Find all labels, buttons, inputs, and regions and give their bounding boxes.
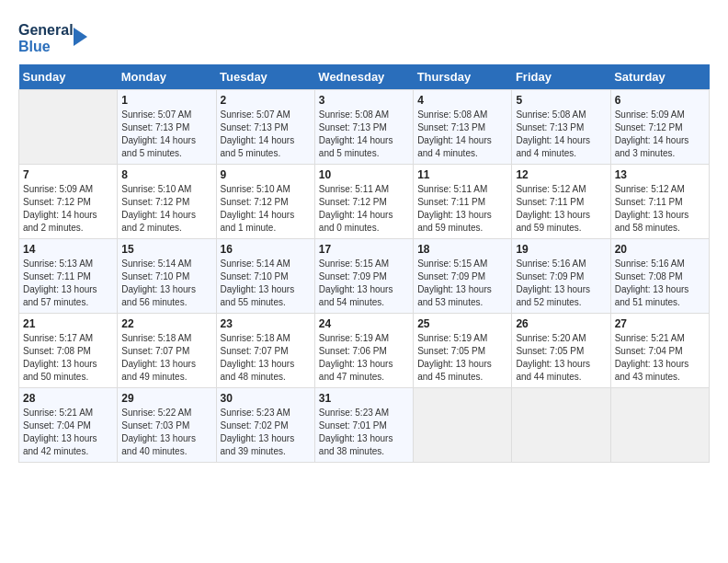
day-number: 13 [615,168,705,181]
day-cell: 31Sunrise: 5:23 AM Sunset: 7:01 PM Dayli… [314,388,413,463]
page-header: GeneralBlue [18,18,710,55]
day-number: 28 [23,392,113,405]
day-cell: 28Sunrise: 5:21 AM Sunset: 7:04 PM Dayli… [19,388,118,463]
svg-text:Blue: Blue [18,39,51,54]
day-number: 5 [516,94,606,107]
day-number: 31 [319,392,409,405]
day-info: Sunrise: 5:12 AM Sunset: 7:11 PM Dayligh… [615,183,705,235]
column-header-thursday: Thursday [414,64,512,90]
day-cell: 6Sunrise: 5:09 AM Sunset: 7:12 PM Daylig… [610,90,709,165]
logo-icon: GeneralBlue [18,18,92,55]
day-info: Sunrise: 5:14 AM Sunset: 7:10 PM Dayligh… [221,258,311,309]
column-header-wednesday: Wednesday [314,64,413,90]
day-cell: 29Sunrise: 5:22 AM Sunset: 7:03 PM Dayli… [118,388,216,463]
day-cell: 16Sunrise: 5:14 AM Sunset: 7:10 PM Dayli… [216,239,314,314]
day-number: 23 [221,317,311,330]
day-cell: 27Sunrise: 5:21 AM Sunset: 7:04 PM Dayli… [610,314,709,388]
day-info: Sunrise: 5:21 AM Sunset: 7:04 PM Dayligh… [615,332,705,384]
day-cell: 15Sunrise: 5:14 AM Sunset: 7:10 PM Dayli… [118,239,216,314]
day-number: 24 [319,317,409,330]
day-number: 29 [121,392,211,405]
day-cell: 23Sunrise: 5:18 AM Sunset: 7:07 PM Dayli… [216,314,314,388]
day-info: Sunrise: 5:11 AM Sunset: 7:11 PM Dayligh… [417,183,507,235]
day-number: 19 [516,243,606,256]
week-row-2: 7Sunrise: 5:09 AM Sunset: 7:12 PM Daylig… [19,165,710,239]
day-cell: 18Sunrise: 5:15 AM Sunset: 7:09 PM Dayli… [414,239,512,314]
day-number: 21 [23,317,113,330]
day-number: 7 [23,168,113,181]
day-cell: 13Sunrise: 5:12 AM Sunset: 7:11 PM Dayli… [610,165,709,239]
day-number: 9 [221,168,311,181]
day-number: 30 [221,392,311,405]
day-info: Sunrise: 5:19 AM Sunset: 7:05 PM Dayligh… [417,332,507,384]
calendar-table: SundayMondayTuesdayWednesdayThursdayFrid… [18,64,710,463]
day-number: 25 [417,317,507,330]
day-number: 1 [121,94,211,107]
day-cell: 5Sunrise: 5:08 AM Sunset: 7:13 PM Daylig… [512,90,610,165]
day-info: Sunrise: 5:22 AM Sunset: 7:03 PM Dayligh… [121,407,211,458]
day-number: 20 [615,243,705,256]
day-info: Sunrise: 5:19 AM Sunset: 7:06 PM Dayligh… [319,332,409,384]
week-row-3: 14Sunrise: 5:13 AM Sunset: 7:11 PM Dayli… [19,239,710,314]
svg-marker-2 [74,28,87,46]
day-cell: 21Sunrise: 5:17 AM Sunset: 7:08 PM Dayli… [19,314,118,388]
day-info: Sunrise: 5:10 AM Sunset: 7:12 PM Dayligh… [121,183,211,235]
day-cell [512,388,610,463]
day-info: Sunrise: 5:08 AM Sunset: 7:13 PM Dayligh… [417,109,507,160]
day-cell: 12Sunrise: 5:12 AM Sunset: 7:11 PM Dayli… [512,165,610,239]
column-header-saturday: Saturday [610,64,709,90]
day-number: 17 [319,243,409,256]
day-cell: 17Sunrise: 5:15 AM Sunset: 7:09 PM Dayli… [314,239,413,314]
day-info: Sunrise: 5:18 AM Sunset: 7:07 PM Dayligh… [221,332,311,384]
day-info: Sunrise: 5:12 AM Sunset: 7:11 PM Dayligh… [516,183,606,235]
column-header-sunday: Sunday [19,64,118,90]
day-number: 10 [319,168,409,181]
day-info: Sunrise: 5:17 AM Sunset: 7:08 PM Dayligh… [23,332,113,384]
week-row-4: 21Sunrise: 5:17 AM Sunset: 7:08 PM Dayli… [19,314,710,388]
day-cell: 19Sunrise: 5:16 AM Sunset: 7:09 PM Dayli… [512,239,610,314]
day-info: Sunrise: 5:23 AM Sunset: 7:02 PM Dayligh… [221,407,311,458]
day-info: Sunrise: 5:09 AM Sunset: 7:12 PM Dayligh… [615,109,705,160]
day-number: 16 [221,243,311,256]
day-cell: 22Sunrise: 5:18 AM Sunset: 7:07 PM Dayli… [118,314,216,388]
day-info: Sunrise: 5:16 AM Sunset: 7:09 PM Dayligh… [516,258,606,309]
day-cell: 3Sunrise: 5:08 AM Sunset: 7:13 PM Daylig… [314,90,413,165]
week-row-1: 1Sunrise: 5:07 AM Sunset: 7:13 PM Daylig… [19,90,710,165]
day-info: Sunrise: 5:08 AM Sunset: 7:13 PM Dayligh… [319,109,409,160]
day-number: 4 [417,94,507,107]
day-number: 26 [516,317,606,330]
column-header-row: SundayMondayTuesdayWednesdayThursdayFrid… [19,64,710,90]
day-number: 11 [417,168,507,181]
day-number: 3 [319,94,409,107]
day-cell: 24Sunrise: 5:19 AM Sunset: 7:06 PM Dayli… [314,314,413,388]
day-info: Sunrise: 5:20 AM Sunset: 7:05 PM Dayligh… [516,332,606,384]
day-info: Sunrise: 5:16 AM Sunset: 7:08 PM Dayligh… [615,258,705,309]
day-info: Sunrise: 5:11 AM Sunset: 7:12 PM Dayligh… [319,183,409,235]
day-cell [610,388,709,463]
day-number: 14 [23,243,113,256]
day-cell: 26Sunrise: 5:20 AM Sunset: 7:05 PM Dayli… [512,314,610,388]
day-info: Sunrise: 5:21 AM Sunset: 7:04 PM Dayligh… [23,407,113,458]
day-number: 18 [417,243,507,256]
column-header-monday: Monday [118,64,216,90]
day-number: 15 [121,243,211,256]
day-number: 8 [121,168,211,181]
day-info: Sunrise: 5:23 AM Sunset: 7:01 PM Dayligh… [319,407,409,458]
day-cell: 11Sunrise: 5:11 AM Sunset: 7:11 PM Dayli… [414,165,512,239]
day-info: Sunrise: 5:07 AM Sunset: 7:13 PM Dayligh… [121,109,211,160]
day-info: Sunrise: 5:18 AM Sunset: 7:07 PM Dayligh… [121,332,211,384]
day-cell: 20Sunrise: 5:16 AM Sunset: 7:08 PM Dayli… [610,239,709,314]
day-cell: 9Sunrise: 5:10 AM Sunset: 7:12 PM Daylig… [216,165,314,239]
day-cell: 7Sunrise: 5:09 AM Sunset: 7:12 PM Daylig… [19,165,118,239]
day-cell: 1Sunrise: 5:07 AM Sunset: 7:13 PM Daylig… [118,90,216,165]
day-info: Sunrise: 5:15 AM Sunset: 7:09 PM Dayligh… [319,258,409,309]
day-number: 12 [516,168,606,181]
day-info: Sunrise: 5:10 AM Sunset: 7:12 PM Dayligh… [221,183,311,235]
column-header-tuesday: Tuesday [216,64,314,90]
day-info: Sunrise: 5:09 AM Sunset: 7:12 PM Dayligh… [23,183,113,235]
day-cell: 4Sunrise: 5:08 AM Sunset: 7:13 PM Daylig… [414,90,512,165]
logo: GeneralBlue [18,18,92,55]
day-info: Sunrise: 5:13 AM Sunset: 7:11 PM Dayligh… [23,258,113,309]
svg-text:General: General [18,22,74,38]
day-info: Sunrise: 5:08 AM Sunset: 7:13 PM Dayligh… [516,109,606,160]
